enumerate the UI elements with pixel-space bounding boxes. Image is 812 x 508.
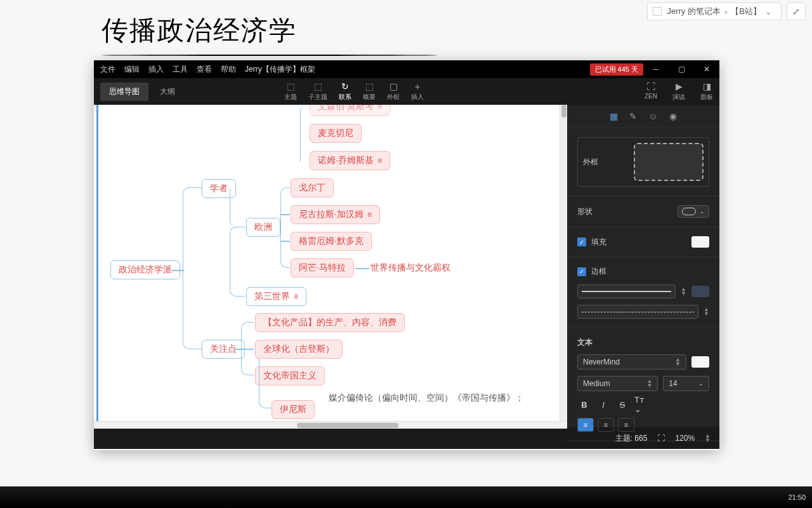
vertical-scrollbar[interactable] <box>560 105 567 421</box>
summary-icon: ⬚ <box>365 81 374 91</box>
tool-zen[interactable]: ⛶ZEN <box>645 81 657 102</box>
view-outline[interactable]: 大纲 <box>151 83 184 101</box>
align-left-button[interactable]: ≡ <box>577 418 594 432</box>
chevron-right-icon: › <box>724 7 727 17</box>
italic-button[interactable]: I <box>596 398 610 411</box>
panel-tab-format[interactable]: ▦ <box>610 111 618 121</box>
fill-checkbox[interactable]: ✓ <box>577 237 586 246</box>
node-detail-innis: 媒介偏倚论（偏向时间、空间）《帝国与传播》； <box>329 392 532 404</box>
align-right-button[interactable]: ≡ <box>618 418 634 432</box>
subtopic-icon: ⬚ <box>314 81 322 91</box>
node-focus-2[interactable]: 全球化（吉登斯） <box>255 340 343 359</box>
align-center-button[interactable]: ≡ <box>598 418 614 432</box>
horizontal-scrollbar[interactable] <box>94 421 567 429</box>
view-mindmap[interactable]: 思维导图 <box>100 83 148 101</box>
font-family-select[interactable]: NeverMind▲▼ <box>577 354 686 370</box>
tool-insert[interactable]: ＋插入 <box>411 81 424 102</box>
present-icon: ▶ <box>676 81 683 91</box>
tool-relation[interactable]: ↻联系 <box>339 81 351 102</box>
breadcrumb-section: 【B站】 <box>731 6 761 17</box>
connector <box>280 187 290 227</box>
toolbar: 思维导图 大纲 ⬚主题 ⬚子主题 ↻联系 ⬚概要 ▢外框 ＋插入 ⛶ZEN ▶演… <box>94 78 719 105</box>
menu-help[interactable]: 帮助 <box>221 64 236 75</box>
text-label: 文本 <box>577 337 593 348</box>
font-size-select[interactable]: 14⌄ <box>663 376 709 391</box>
border-style-select[interactable] <box>577 305 698 319</box>
menu-file[interactable]: 文件 <box>100 64 115 75</box>
node-focus-1[interactable]: 【文化产品】的生产、内容、消费 <box>255 313 405 332</box>
note-icon: ≡ <box>367 210 372 219</box>
tool-subtopic[interactable]: ⬚子主题 <box>308 81 327 102</box>
tool-panel[interactable]: ◨面板 <box>700 81 713 102</box>
connector <box>300 105 310 162</box>
node-person-1[interactable]: 艾森伯·莫斯考≡ <box>310 105 390 116</box>
menu-edit[interactable]: 编辑 <box>124 64 140 75</box>
border-width-select[interactable] <box>577 284 676 298</box>
xmind-window: 文件 编辑 插入 工具 查看 帮助 Jerry【传播学】框架 已试用 445 天… <box>94 60 719 450</box>
strike-button[interactable]: S <box>615 398 629 411</box>
menu-tools[interactable]: 工具 <box>173 64 188 75</box>
node-person-4[interactable]: 戈尔丁 <box>291 178 334 197</box>
fill-swatch[interactable] <box>691 236 709 248</box>
bold-button[interactable]: B <box>577 398 591 411</box>
node-person-5[interactable]: 尼古拉斯·加汉姆≡ <box>291 205 380 224</box>
chevron-down-icon[interactable]: ⌄ <box>765 7 772 17</box>
node-europe[interactable]: 欧洲 <box>246 218 280 237</box>
tool-present[interactable]: ▶演说 <box>672 81 685 102</box>
tool-topic[interactable]: ⬚主题 <box>284 81 297 102</box>
connector <box>230 271 246 297</box>
close-button[interactable]: ✕ <box>694 60 719 78</box>
case-button[interactable]: Tᴛ ⌄ <box>634 398 648 411</box>
connector <box>171 270 184 271</box>
stepper-icon[interactable]: ▲▼ <box>681 287 686 296</box>
maximize-button[interactable]: ▢ <box>669 60 694 78</box>
panel-tab-edit[interactable]: ✎ <box>629 111 637 121</box>
relation-icon: ↻ <box>341 81 349 91</box>
minimize-button[interactable]: ─ <box>643 60 669 78</box>
menubar: 文件 编辑 插入 工具 查看 帮助 Jerry【传播学】框架 已试用 445 天… <box>94 60 719 78</box>
boundary-preview[interactable] <box>634 143 704 181</box>
node-innis[interactable]: 伊尼斯 <box>272 400 315 419</box>
zoom-level[interactable]: 120% <box>675 434 695 443</box>
node-person-7[interactable]: 阿芒·马特拉 <box>291 258 354 277</box>
panel-tab-tag[interactable]: ◉ <box>669 111 677 121</box>
panel-tab-emoji[interactable]: ☺ <box>648 111 657 121</box>
zen-icon: ⛶ <box>646 81 655 91</box>
menu-insert[interactable]: 插入 <box>148 64 164 75</box>
zoom-stepper[interactable]: ▲▼ <box>705 434 710 443</box>
shape-select[interactable]: ⌄ <box>678 205 709 218</box>
windows-taskbar[interactable]: 21:50 <box>0 486 812 508</box>
boundary-icon: ▢ <box>390 81 398 91</box>
shape-label: 形状 <box>577 206 593 217</box>
font-weight-select[interactable]: Medium▲▼ <box>577 376 658 391</box>
stepper-icon[interactable]: ▲▼ <box>704 307 709 316</box>
topics-label: 主题: <box>615 434 632 443</box>
node-root[interactable]: 政治经济学派 <box>110 260 180 279</box>
document-title: Jerry【传播学】框架 <box>245 64 315 75</box>
tool-boundary[interactable]: ▢外框 <box>387 81 400 102</box>
mindmap-canvas[interactable]: 政治经济学派 学者 欧洲 第三世界≡ 关注点 艾森伯·莫斯考≡ 麦克切尼 诺姆·… <box>94 105 567 427</box>
topic-icon: ⬚ <box>287 81 295 91</box>
boundary-label: 外框 <box>583 157 598 168</box>
note-icon: ≡ <box>294 292 298 301</box>
expand-button[interactable]: ⤢ <box>787 3 806 20</box>
node-third-world[interactable]: 第三世界≡ <box>246 287 306 306</box>
connector <box>241 349 254 375</box>
breadcrumb[interactable]: Jerry 的笔记本 › 【B站】 ⌄ <box>647 3 782 20</box>
node-person-3[interactable]: 诺姆·乔姆斯基≡ <box>310 151 390 170</box>
topics-count: 665 <box>634 434 647 443</box>
connector <box>241 322 254 349</box>
handwritten-title: 传播政治经济学 <box>102 13 297 48</box>
breadcrumb-notebook: Jerry 的笔记本 <box>667 6 721 17</box>
fill-label: 填充 <box>591 237 606 246</box>
menu-view[interactable]: 查看 <box>197 64 212 75</box>
text-color-swatch[interactable] <box>691 356 709 368</box>
map-icon[interactable]: ⛶ <box>657 434 665 443</box>
border-color-swatch[interactable] <box>691 286 709 297</box>
connector <box>280 214 290 215</box>
border-checkbox[interactable]: ✓ <box>577 267 586 276</box>
node-person-6[interactable]: 格雷厄姆·默多克 <box>291 232 372 251</box>
clock: 21:50 <box>788 493 806 501</box>
node-person-2[interactable]: 麦克切尼 <box>310 124 362 143</box>
tool-summary[interactable]: ⬚概要 <box>363 81 376 102</box>
